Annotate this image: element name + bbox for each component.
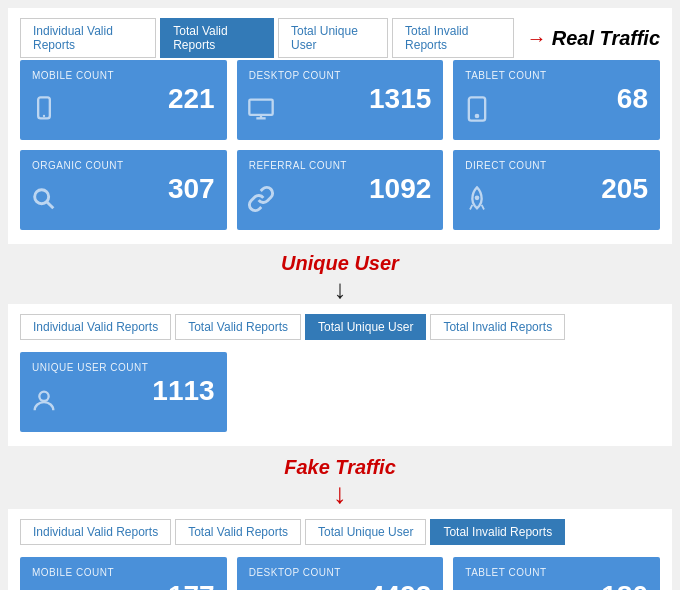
- svg-rect-2: [249, 100, 272, 115]
- tab-invalid-1[interactable]: Total Invalid Reports: [392, 18, 514, 58]
- rocket-icon: [463, 185, 491, 220]
- organic-count-card: ORGANIC COUNT 307: [20, 150, 227, 230]
- direct-count-label: DIRECT COUNT: [465, 160, 648, 171]
- fake-mobile-label: MOBILE COUNT: [32, 567, 215, 578]
- link-icon: [247, 185, 275, 220]
- fake-desktop-label: DESKTOP COUNT: [249, 567, 432, 578]
- referral-count-label: REFERRAL COUNT: [249, 160, 432, 171]
- svg-point-7: [35, 190, 49, 204]
- desktop-icon: [247, 95, 275, 130]
- real-traffic-annotation: → Real Traffic: [526, 27, 660, 50]
- tab-total-valid-1[interactable]: Total Valid Reports: [160, 18, 274, 58]
- real-traffic-tabs: Individual Valid Reports Total Valid Rep…: [20, 18, 516, 58]
- tab-individual-valid-3[interactable]: Individual Valid Reports: [20, 519, 171, 545]
- organic-count-label: ORGANIC COUNT: [32, 160, 215, 171]
- referral-count-card: REFERRAL COUNT 1092: [237, 150, 444, 230]
- mobile-count-card: MOBILE COUNT 221: [20, 60, 227, 140]
- desktop-count-card: DESKTOP COUNT 1315: [237, 60, 444, 140]
- tablet-icon: [463, 95, 491, 130]
- tab-unique-user-3[interactable]: Total Unique User: [305, 519, 426, 545]
- unique-user-cards: UNIQUE USER COUNT 1113: [20, 352, 660, 432]
- svg-point-1: [43, 115, 45, 117]
- tab-total-valid-2[interactable]: Total Valid Reports: [175, 314, 301, 340]
- fake-tablet-value: 180: [465, 582, 648, 590]
- user-icon: [30, 387, 58, 422]
- mobile-count-label: MOBILE COUNT: [32, 70, 215, 81]
- tab-unique-user-2[interactable]: Total Unique User: [305, 314, 426, 340]
- unique-user-count-label: UNIQUE USER COUNT: [32, 362, 215, 373]
- fake-mobile-count-card: MOBILE COUNT 177: [20, 557, 227, 590]
- organic-count-value: 307: [32, 175, 215, 203]
- tab-individual-valid-2[interactable]: Individual Valid Reports: [20, 314, 171, 340]
- svg-point-9: [475, 196, 480, 201]
- real-traffic-header: Individual Valid Reports Total Valid Rep…: [20, 18, 660, 58]
- svg-line-8: [47, 202, 53, 208]
- fake-mobile-value: 177: [32, 582, 215, 590]
- fake-desktop-count-card: DESKTOP COUNT 4492: [237, 557, 444, 590]
- fake-traffic-cards: MOBILE COUNT 177 DESKTOP COUNT 4492 TABL…: [20, 557, 660, 590]
- desktop-count-value: 1315: [249, 85, 432, 113]
- tab-unique-user-1[interactable]: Total Unique User: [278, 18, 388, 58]
- fake-traffic-annotation-row: Fake Traffic ↓: [8, 452, 672, 510]
- unique-user-annotation-row: Unique User ↓: [8, 250, 672, 304]
- fake-desktop-value: 4492: [249, 582, 432, 590]
- unique-user-label: Unique User: [281, 252, 399, 274]
- unique-user-card: UNIQUE USER COUNT 1113: [20, 352, 227, 432]
- tablet-count-value: 68: [465, 85, 648, 113]
- referral-count-value: 1092: [249, 175, 432, 203]
- unique-user-count-value: 1113: [32, 377, 215, 405]
- real-traffic-cards: MOBILE COUNT 221 DESKTOP COUNT 1315 TABL…: [20, 60, 660, 230]
- fake-tablet-count-card: TABLET COUNT 180: [453, 557, 660, 590]
- tab-total-valid-3[interactable]: Total Valid Reports: [175, 519, 301, 545]
- arrow-right-icon: →: [526, 27, 546, 50]
- tablet-count-card: TABLET COUNT 68: [453, 60, 660, 140]
- tab-invalid-3[interactable]: Total Invalid Reports: [430, 519, 565, 545]
- fake-traffic-tabs: Individual Valid Reports Total Valid Rep…: [20, 519, 660, 545]
- fake-tablet-label: TABLET COUNT: [465, 567, 648, 578]
- svg-point-10: [39, 391, 48, 400]
- search-icon: [30, 185, 58, 220]
- down-arrow-black: ↓: [8, 275, 672, 304]
- fake-traffic-label: Fake Traffic: [284, 456, 396, 478]
- svg-point-6: [476, 115, 478, 117]
- unique-user-tabs: Individual Valid Reports Total Valid Rep…: [20, 314, 660, 340]
- fake-traffic-section: Individual Valid Reports Total Valid Rep…: [8, 509, 672, 590]
- down-arrow-red: ↓: [8, 479, 672, 510]
- page-container: Individual Valid Reports Total Valid Rep…: [0, 0, 680, 590]
- mobile-count-value: 221: [32, 85, 215, 113]
- mobile-icon: [30, 95, 58, 130]
- direct-count-value: 205: [465, 175, 648, 203]
- tablet-count-label: TABLET COUNT: [465, 70, 648, 81]
- desktop-count-label: DESKTOP COUNT: [249, 70, 432, 81]
- unique-user-section: Individual Valid Reports Total Valid Rep…: [8, 304, 672, 446]
- tab-individual-valid-1[interactable]: Individual Valid Reports: [20, 18, 156, 58]
- real-traffic-label: Real Traffic: [552, 27, 660, 50]
- real-traffic-section: Individual Valid Reports Total Valid Rep…: [8, 8, 672, 244]
- direct-count-card: DIRECT COUNT 205: [453, 150, 660, 230]
- tab-invalid-2[interactable]: Total Invalid Reports: [430, 314, 565, 340]
